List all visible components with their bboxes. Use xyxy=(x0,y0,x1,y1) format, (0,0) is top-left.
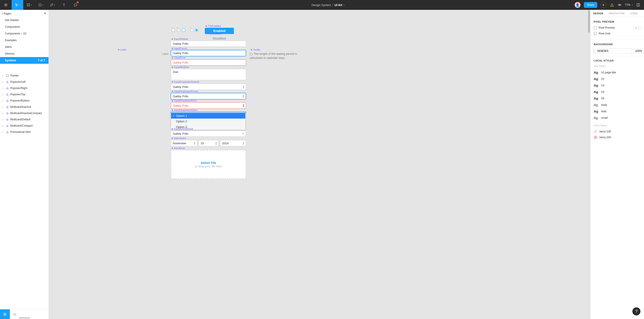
breadcrumb[interactable]: Design System / UI Kit ▾ xyxy=(82,3,574,7)
tab-prototype[interactable]: PROTOTYPE xyxy=(606,10,628,17)
input-error[interactable]: Gabby Frills xyxy=(171,60,246,66)
preview-scale-select[interactable]: 1x▾ xyxy=(633,26,641,30)
component-label[interactable]: InputDropdown/Open xyxy=(171,109,198,111)
tab-code[interactable]: CODE xyxy=(628,10,640,17)
bg-swatch[interactable] xyxy=(594,49,594,54)
page-item[interactable]: Get Started xyxy=(0,17,48,24)
svg-rect-7 xyxy=(39,4,41,6)
text-style-item[interactable]: Agh4 xyxy=(594,89,641,95)
pages-toggle[interactable]: ▾Pages xyxy=(2,12,11,15)
text-style-item[interactable]: Agbody xyxy=(594,102,641,108)
input-auto[interactable]: Gabby Frills▾ xyxy=(171,131,246,137)
page-item-symbols[interactable]: Symbols 7 of 7 xyxy=(0,57,48,64)
info-icon: i xyxy=(250,53,253,56)
radio-unchecked[interactable] xyxy=(190,29,193,32)
pen-tool[interactable]: ▾ xyxy=(46,0,58,10)
layer-item[interactable]: ▸Popover/Right xyxy=(0,85,48,91)
shape-tool[interactable]: ▾ xyxy=(35,0,46,10)
canvas[interactable]: ... ... ... TS/Enabled Enabled TS/Disabl… xyxy=(49,10,590,319)
component-label[interactable]: Tooltip xyxy=(250,48,260,51)
input-multiline[interactable]: Doe xyxy=(171,69,246,80)
sort-icon: ▴▾ xyxy=(243,104,244,107)
avatar[interactable]: 👤 xyxy=(574,2,581,8)
layer-item[interactable]: ▸Multicard/InactiveCompact xyxy=(0,110,48,116)
page-item[interactable]: Components xyxy=(0,24,48,30)
component-label[interactable]: InputAuto/Default xyxy=(171,128,193,130)
text-style-item[interactable]: Agbold xyxy=(594,108,641,115)
pixel-grid-checkbox[interactable] xyxy=(594,32,597,35)
dropdown-error[interactable]: Gabby Frills▴▾ xyxy=(171,103,246,109)
component-label[interactable]: TS/Disabled xyxy=(205,32,222,35)
warning-icon[interactable] xyxy=(610,3,614,7)
dropdown-option[interactable]: Option 1 xyxy=(171,113,245,119)
move-tool[interactable]: ▾ xyxy=(12,0,23,10)
chevron-down-icon: ▾ xyxy=(242,132,244,135)
checkbox-unchecked[interactable] xyxy=(172,29,175,32)
scrollbar-horizontal[interactable] xyxy=(19,317,30,318)
layer-item[interactable]: ▸Multicard/Compact xyxy=(0,123,48,129)
share-button[interactable]: Share xyxy=(584,2,597,8)
comment-tool[interactable] xyxy=(70,0,82,10)
page-item[interactable]: Examples xyxy=(0,37,48,44)
frame-icon xyxy=(6,74,9,77)
layer-item[interactable]: ▸Pointer xyxy=(0,73,48,79)
component-label[interactable]: Input/Focus xyxy=(171,47,187,50)
text-style-item[interactable]: Agsmall xyxy=(594,115,641,121)
assets-tab[interactable] xyxy=(10,309,20,319)
tab-design[interactable]: DESIGN xyxy=(590,10,606,17)
help-button[interactable]: ? xyxy=(632,307,640,315)
input-focus[interactable]: Gabby Frills xyxy=(171,50,246,56)
chevron-down-icon: ▾ xyxy=(31,4,32,6)
component-label[interactable]: InputDrop xyxy=(171,147,185,149)
radio-checked[interactable] xyxy=(195,29,198,32)
present-button[interactable] xyxy=(600,2,607,8)
date-year[interactable]: 2018▴▾ xyxy=(220,140,246,146)
component-label[interactable]: Input/Multiline xyxy=(171,66,189,69)
layer-item[interactable]: ▸Popover/Top xyxy=(0,91,48,98)
layer-item[interactable]: ▸Promotional Alert xyxy=(0,129,48,135)
layer-item[interactable]: ▸Popover/Left xyxy=(0,79,48,85)
dropdown-default[interactable]: Gabby Frills▴▾ xyxy=(171,84,246,90)
checkbox-focus[interactable] xyxy=(182,29,185,32)
expand-icon: ▸ xyxy=(2,125,4,127)
menu-button[interactable] xyxy=(0,0,12,10)
text-style-item[interactable]: Agh5 xyxy=(594,95,641,102)
input-default[interactable]: Gabby Frills xyxy=(171,41,246,47)
text-style-item[interactable]: Agh3 xyxy=(594,82,641,89)
component-label[interactable]: Input/Error xyxy=(171,56,186,59)
sort-icon: ▴▾ xyxy=(243,85,244,89)
text-tool[interactable]: T xyxy=(58,0,70,10)
page-item[interactable]: Components – V2 xyxy=(0,30,48,37)
page-item[interactable]: Alerts xyxy=(0,44,48,50)
bg-opacity-input[interactable] xyxy=(634,48,644,54)
layer-item[interactable]: ▸Multicard/Inactive xyxy=(0,104,48,110)
text-style-item[interactable]: Agh2 xyxy=(594,76,641,82)
pixel-preview-checkbox[interactable] xyxy=(594,26,597,29)
dropdown-focus[interactable]: Gabby Frills▴▾ xyxy=(171,93,246,99)
add-page-button[interactable]: + xyxy=(44,11,46,16)
date-month[interactable]: November▴▾ xyxy=(171,140,197,146)
component-label[interactable]: InputDropdown/Focus xyxy=(171,90,198,93)
dropdown-option[interactable]: Option 2 xyxy=(171,119,245,124)
visibility-icon[interactable] xyxy=(618,3,622,7)
date-day[interactable]: 15▴▾ xyxy=(198,140,219,146)
component-label[interactable]: DateSelect xyxy=(171,137,186,140)
component-label[interactable]: TS/Enabled xyxy=(205,25,221,27)
bg-hex-input[interactable] xyxy=(596,48,632,54)
component-label[interactable]: InputDropdown/Default xyxy=(171,81,199,83)
component-label[interactable]: Label xyxy=(118,48,126,51)
component-label[interactable]: InputDropdown/Error xyxy=(171,99,197,102)
layers-tab[interactable] xyxy=(0,309,10,319)
file-drop-area[interactable]: Select File or drop your file here xyxy=(171,150,246,179)
library-icon[interactable] xyxy=(636,3,640,7)
text-style-item[interactable]: Agh1.page-title xyxy=(594,69,641,76)
zoom-control[interactable]: 77% ▾ xyxy=(625,3,633,7)
page-item[interactable]: Devices xyxy=(0,50,48,57)
color-style-item[interactable]: berry-200 xyxy=(594,134,641,140)
checkbox-checked[interactable] xyxy=(177,29,180,32)
layer-item[interactable]: ▸Popover/Bottom xyxy=(0,98,48,104)
layer-item[interactable]: ▸Multicard/Default xyxy=(0,116,48,123)
color-style-item[interactable]: berry-100 xyxy=(594,129,641,134)
frame-tool[interactable]: ▾ xyxy=(23,0,35,10)
component-label[interactable]: Input/Default xyxy=(171,38,188,40)
